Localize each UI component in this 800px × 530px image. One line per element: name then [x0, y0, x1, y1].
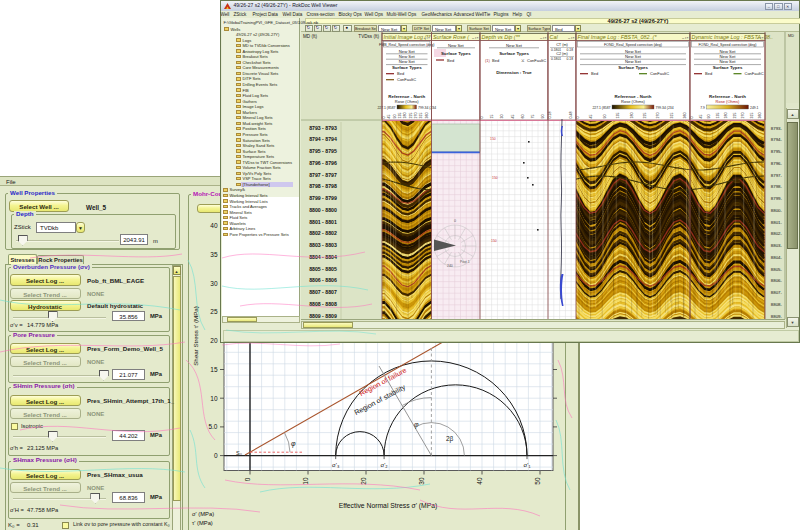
- svg-text:20: 20: [210, 337, 218, 344]
- svg-text:180: 180: [630, 113, 634, 119]
- svg-text:ConFaultC: ConFaultC: [650, 71, 669, 76]
- svg-text:35: 35: [210, 251, 218, 258]
- svg-text:8793-: 8793-: [771, 126, 783, 131]
- svg-text:10: 10: [302, 477, 309, 485]
- svg-text:New Set: New Set: [625, 49, 642, 54]
- svg-text:0: 0: [214, 452, 218, 459]
- svg-text:New Set: New Set: [399, 54, 416, 59]
- svg-text:8797 - 8797: 8797 - 8797: [309, 172, 337, 178]
- svg-text:135: 135: [716, 113, 720, 119]
- svg-text:270: 270: [656, 113, 660, 119]
- svg-text:799.34 (234: 799.34 (234: [656, 106, 674, 110]
- svg-text:Bed: Bed: [591, 71, 598, 76]
- svg-text:8794-: 8794-: [771, 137, 783, 142]
- svg-text:0.18: 0.18: [567, 57, 574, 61]
- svg-text:New Set: New Set: [448, 43, 465, 48]
- svg-text:15: 15: [490, 115, 494, 119]
- svg-text:5.0: 5.0: [208, 423, 217, 430]
- svg-text:8803 - 8803: 8803 - 8803: [309, 242, 337, 248]
- svg-text:135: 135: [398, 113, 402, 119]
- svg-text:CT (m): CT (m): [556, 43, 568, 47]
- svg-text:Rose (Ohms): Rose (Ohms): [621, 99, 645, 104]
- svg-text:8803-: 8803-: [771, 243, 783, 248]
- svg-text:0: 0: [576, 117, 580, 119]
- svg-text:8801 - 8801: 8801 - 8801: [309, 219, 337, 225]
- svg-text:8806 - 8806: 8806 - 8806: [309, 277, 337, 283]
- svg-text:15: 15: [210, 366, 218, 373]
- svg-text:8801-: 8801-: [771, 220, 783, 225]
- svg-text:New Set: New Set: [625, 54, 642, 59]
- svg-text:0: 0: [382, 117, 386, 119]
- svg-text:0: 0: [480, 117, 484, 119]
- svg-text:8804-: 8804-: [771, 255, 783, 260]
- svg-text:135: 135: [616, 113, 620, 119]
- svg-text:225: 225: [409, 113, 413, 119]
- svg-text:8797-: 8797-: [771, 173, 783, 178]
- svg-text:25: 25: [210, 308, 218, 315]
- svg-text:40: 40: [476, 477, 483, 485]
- svg-text:270: 270: [741, 113, 745, 119]
- svg-text:Surface Types: Surface Types: [618, 65, 648, 70]
- svg-text:40: 40: [210, 222, 218, 229]
- svg-text:τ' (MPa): τ' (MPa): [192, 520, 213, 526]
- svg-text:8806-: 8806-: [771, 278, 783, 283]
- svg-text:8807-: 8807-: [771, 290, 783, 295]
- svg-text:180: 180: [403, 113, 407, 119]
- svg-text:315: 315: [750, 113, 754, 119]
- svg-text:↔↕×: ↔↕×: [681, 36, 688, 40]
- svg-text:7.9: 7.9: [700, 106, 705, 110]
- svg-text:360: 360: [683, 113, 687, 119]
- svg-text:New Set: New Set: [720, 59, 737, 64]
- svg-text:225: 225: [733, 113, 737, 119]
- svg-text:227.1 (8587: 227.1 (8587: [592, 106, 610, 110]
- svg-text:10: 10: [210, 395, 218, 402]
- svg-text:225: 225: [643, 113, 647, 119]
- svg-text:90: 90: [603, 115, 607, 119]
- svg-text:ConFaultC: ConFaultC: [745, 71, 764, 76]
- svg-text:New Set: New Set: [720, 49, 737, 54]
- svg-text:(1): (1): [485, 58, 491, 63]
- svg-text:8793 - 8793: 8793 - 8793: [309, 125, 337, 131]
- svg-text:Bed: Bed: [705, 71, 712, 76]
- svg-text:315: 315: [419, 113, 423, 119]
- svg-text:8804 - 8804: 8804 - 8804: [309, 254, 337, 260]
- svg-text:0: 0: [690, 117, 694, 119]
- svg-text:TVDss (ft): TVDss (ft): [358, 34, 379, 39]
- svg-text:90: 90: [393, 115, 397, 119]
- svg-text:0.1801: 0.1801: [551, 57, 561, 61]
- svg-text:↔↕×: ↔↕×: [423, 36, 430, 40]
- svg-text:Surface Types: Surface Types: [392, 65, 422, 70]
- svg-text:↔↕×: ↔↕×: [567, 36, 574, 40]
- svg-text:Bed: Bed: [447, 58, 454, 63]
- svg-text:8805-: 8805-: [771, 267, 783, 272]
- svg-text:MD (ft): MD (ft): [303, 34, 318, 39]
- svg-text:ConFaultC: ConFaultC: [527, 58, 546, 63]
- svg-text:8798 - 8798: 8798 - 8798: [309, 183, 337, 189]
- svg-text:8798-: 8798-: [771, 184, 783, 189]
- svg-text:φ: φ: [291, 440, 296, 448]
- svg-text:New Set: New Set: [399, 59, 416, 64]
- svg-text:8802-: 8802-: [771, 231, 783, 236]
- svg-text:Cal: Cal: [550, 34, 559, 40]
- svg-text:↔↕×: ↔↕×: [539, 36, 546, 40]
- svg-text:8799-: 8799-: [771, 196, 783, 201]
- svg-text:8796 - 8796: 8796 - 8796: [309, 160, 337, 166]
- svg-text:Depth vs Dip (**: Depth vs Dip (**: [482, 34, 521, 40]
- svg-text:8799 - 8799: 8799 - 8799: [309, 195, 337, 201]
- svg-text:249.1: 249.1: [750, 106, 759, 110]
- svg-text:180: 180: [724, 113, 728, 119]
- svg-text:Dimension : True: Dimension : True: [496, 70, 532, 75]
- svg-text:S₀: S₀: [236, 450, 242, 456]
- svg-text:Rose (Ohms): Rose (Ohms): [716, 99, 740, 104]
- svg-text:8795 - 8795: 8795 - 8795: [309, 148, 337, 154]
- svg-text:8794 - 8794: 8794 - 8794: [309, 136, 337, 142]
- svg-text:8809 - 8809: 8809 - 8809: [309, 313, 337, 319]
- svg-text:0.18: 0.18: [548, 112, 552, 119]
- svg-text:8808 - 8808: 8808 - 8808: [309, 301, 337, 307]
- svg-text:45: 45: [387, 115, 391, 119]
- svg-text:150: 150: [492, 176, 498, 180]
- svg-text:Surface Types: Surface Types: [441, 51, 471, 56]
- svg-text:Surface Rose (: Surface Rose (: [433, 34, 470, 40]
- svg-text:New Set: New Set: [625, 59, 642, 64]
- svg-text:0: 0: [244, 477, 251, 481]
